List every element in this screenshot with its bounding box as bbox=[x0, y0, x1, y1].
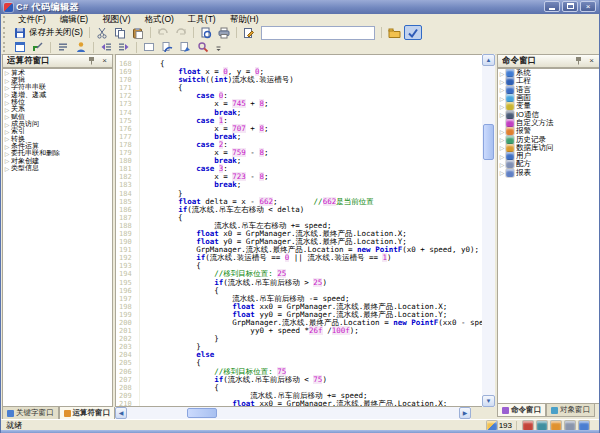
menu-item-5[interactable]: 帮助(H) bbox=[223, 14, 266, 26]
h-scrollbar[interactable] bbox=[115, 407, 471, 419]
code-line: 171 { bbox=[116, 81, 482, 89]
menu-item-1[interactable]: 编辑(E) bbox=[53, 14, 95, 26]
menu-item-0[interactable]: 文件(F) bbox=[11, 14, 53, 26]
expand-icon[interactable]: ▷ bbox=[498, 153, 506, 160]
maximize-button[interactable] bbox=[562, 1, 578, 12]
region-button[interactable] bbox=[140, 40, 158, 55]
expand-icon[interactable]: ▷ bbox=[3, 157, 11, 164]
tree-item[interactable]: ▷系统 bbox=[498, 69, 599, 77]
v-scroll-thumb[interactable] bbox=[483, 124, 494, 160]
toolbar2-grip bbox=[3, 42, 8, 52]
expand-icon[interactable]: ▷ bbox=[498, 78, 506, 85]
expand-icon[interactable]: ▷ bbox=[3, 113, 11, 120]
project-icon bbox=[506, 77, 514, 85]
v-scroll-down-icon[interactable]: ▼ bbox=[482, 395, 495, 407]
snippet-button[interactable] bbox=[240, 25, 258, 40]
goto-button[interactable] bbox=[29, 40, 47, 55]
tree-item[interactable]: ▷数据库访问 bbox=[498, 144, 599, 152]
expand-icon[interactable]: ▷ bbox=[3, 143, 11, 150]
toolbar-editing bbox=[1, 40, 599, 55]
percent-icon[interactable] bbox=[537, 421, 547, 430]
expand-icon[interactable]: ▷ bbox=[498, 136, 506, 143]
outdent-button[interactable] bbox=[97, 40, 115, 55]
menu-grip bbox=[3, 16, 8, 24]
expand-icon[interactable]: ▷ bbox=[498, 111, 506, 118]
monitor-icon[interactable] bbox=[579, 421, 589, 430]
code-editor[interactable]: 168 {169 float x = 0, y = 0;170 switch((… bbox=[115, 54, 482, 407]
keyboard-icon[interactable] bbox=[565, 421, 575, 430]
validate-toggle-button[interactable] bbox=[404, 25, 422, 40]
pin-icon[interactable] bbox=[86, 56, 97, 66]
undo-button[interactable] bbox=[154, 25, 172, 40]
tree-item[interactable]: ▷配方 bbox=[498, 160, 599, 168]
right-panel-tabs: 命令窗口对象窗口 bbox=[497, 404, 600, 417]
code-line: 191 GrpManager.流水线.最终产品.Location = new P… bbox=[116, 243, 482, 251]
menu-item-3[interactable]: 格式(O) bbox=[138, 14, 181, 26]
tree-item[interactable]: ▷语言 bbox=[498, 86, 599, 94]
menu-item-2[interactable]: 视图(V) bbox=[95, 14, 137, 26]
print-button[interactable] bbox=[215, 25, 233, 40]
toolbar-combobox[interactable] bbox=[261, 26, 375, 40]
minimize-button[interactable] bbox=[544, 1, 560, 12]
print-preview-button[interactable] bbox=[197, 25, 215, 40]
tree-item[interactable]: ▷报表 bbox=[498, 169, 599, 177]
menu-item-4[interactable]: 工具(T) bbox=[181, 14, 223, 26]
v-scrollbar[interactable] bbox=[482, 54, 495, 407]
expand-icon[interactable]: ▷ bbox=[3, 69, 11, 76]
expand-icon[interactable]: ▷ bbox=[3, 150, 11, 157]
tree-item[interactable]: ▷工程 bbox=[498, 77, 599, 85]
io-comm-icon bbox=[506, 111, 514, 119]
h-scroll-thumb[interactable] bbox=[187, 408, 217, 418]
align-lines-button[interactable] bbox=[54, 40, 72, 55]
expand-icon[interactable]: ▷ bbox=[3, 77, 11, 84]
format-button[interactable] bbox=[176, 40, 194, 55]
expand-icon[interactable]: ▷ bbox=[3, 84, 11, 91]
tree-item[interactable]: ▷画面 bbox=[498, 94, 599, 102]
pin-icon[interactable] bbox=[573, 56, 584, 66]
close-panel-icon[interactable]: × bbox=[99, 56, 110, 66]
expand-icon[interactable]: ▷ bbox=[3, 99, 11, 106]
tree-item[interactable]: ▷报警 bbox=[498, 127, 599, 135]
expand-icon[interactable]: ▷ bbox=[3, 106, 11, 113]
expand-icon[interactable]: ▷ bbox=[498, 103, 506, 110]
expand-icon[interactable]: ▷ bbox=[498, 144, 506, 151]
expand-icon[interactable]: ▷ bbox=[3, 128, 11, 135]
v-scroll-up-icon[interactable]: ▲ bbox=[482, 54, 495, 66]
indent-icon bbox=[118, 41, 130, 53]
expand-icon[interactable]: ▷ bbox=[498, 161, 506, 168]
expand-icon[interactable]: ▷ bbox=[3, 121, 11, 128]
h-scroll-right-icon[interactable]: ▶ bbox=[459, 407, 471, 419]
tree-item[interactable]: ▷变量 bbox=[498, 102, 599, 110]
paste-button[interactable] bbox=[129, 25, 147, 40]
brush-icon[interactable] bbox=[551, 421, 561, 430]
tree-item[interactable]: 自定义方法 bbox=[498, 119, 599, 127]
member-button[interactable] bbox=[72, 40, 90, 55]
pen-icon[interactable] bbox=[523, 421, 533, 430]
form-button[interactable] bbox=[11, 40, 29, 55]
expand-icon[interactable]: ▷ bbox=[498, 70, 506, 77]
copy-button[interactable] bbox=[111, 25, 129, 40]
tree-item[interactable]: ▷用户 bbox=[498, 152, 599, 160]
expand-icon[interactable]: ▷ bbox=[498, 95, 506, 102]
h-scroll-left-icon[interactable]: ◀ bbox=[115, 407, 127, 419]
indent-button[interactable] bbox=[115, 40, 133, 55]
right-tab-0[interactable]: 命令窗口 bbox=[497, 404, 546, 417]
expand-icon[interactable]: ▷ bbox=[3, 165, 11, 172]
redo-button[interactable] bbox=[172, 25, 190, 40]
close-button[interactable]: × bbox=[580, 1, 596, 12]
close-panel-icon[interactable]: × bbox=[586, 56, 597, 66]
collapse-button[interactable] bbox=[158, 40, 176, 55]
expand-icon[interactable]: ▷ bbox=[498, 86, 506, 93]
code-line: 189 float x0 = GrpManager.流水线.最终产品.Locat… bbox=[116, 227, 482, 235]
tree-item[interactable]: ▷类型信息 bbox=[3, 164, 112, 171]
save-close-button[interactable]: 保存并关闭(S) bbox=[11, 25, 86, 40]
expand-icon[interactable]: ▷ bbox=[3, 91, 11, 98]
open-folder-button[interactable] bbox=[385, 25, 404, 40]
toolbar-overflow-button[interactable] bbox=[212, 40, 225, 55]
cut-button[interactable] bbox=[93, 25, 111, 40]
right-tab-1[interactable]: 对象窗口 bbox=[546, 404, 595, 417]
expand-icon[interactable]: ▷ bbox=[498, 169, 506, 176]
find-button[interactable] bbox=[194, 40, 212, 55]
expand-icon[interactable]: ▷ bbox=[3, 135, 11, 142]
expand-icon[interactable]: ▷ bbox=[498, 128, 506, 135]
